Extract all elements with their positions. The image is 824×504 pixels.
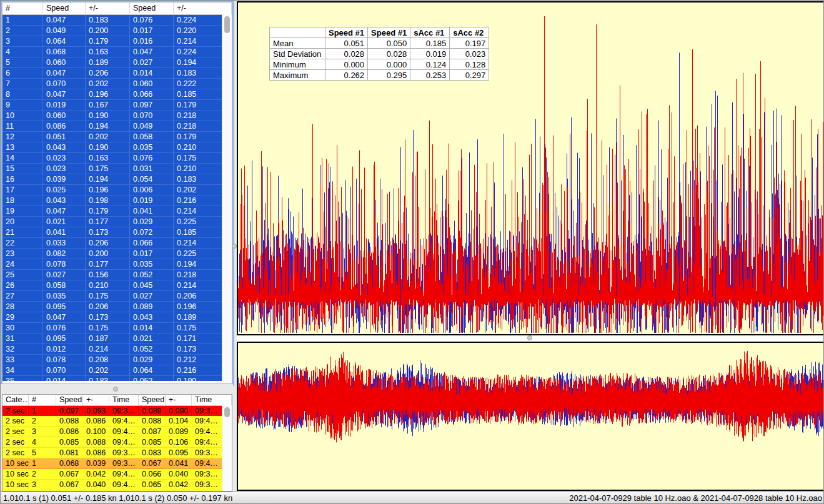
- table-row[interactable]: 120.0510.2020.0580.179: [2, 132, 232, 142]
- table-row[interactable]: 10 sec30.0670.04009:4…0.0650.04209:3…: [2, 480, 232, 490]
- table-row[interactable]: 10 sec20.0670.04209:4…0.0660.04009:3…: [2, 469, 232, 480]
- cell[interactable]: +/-: [86, 2, 130, 14]
- cell: 16: [2, 174, 43, 184]
- table-row[interactable]: 210.0410.1730.0720.185: [2, 227, 232, 238]
- scrollbar-thumb[interactable]: [224, 16, 230, 33]
- table-row[interactable]: 2 sec30.0860.10009:4…0.0870.08909:4…: [2, 427, 232, 437]
- table-row[interactable]: 140.0230.1630.0760.175: [2, 153, 232, 164]
- cell: 22: [2, 238, 43, 248]
- cell: 0.047: [43, 312, 86, 322]
- table-row[interactable]: 350.0140.1830.0520.190: [2, 376, 232, 381]
- cell: 0.210: [86, 280, 130, 290]
- cell[interactable]: Speed: [56, 395, 83, 405]
- cell[interactable]: +/-: [174, 2, 232, 14]
- cell: 0.086: [83, 448, 109, 458]
- table-row[interactable]: 10.0470.1830.0760.224: [2, 15, 232, 26]
- cell: 10: [2, 111, 43, 121]
- table-row[interactable]: 240.0780.1770.0350.194: [2, 259, 232, 270]
- table-row[interactable]: 230.0820.2000.0170.225: [2, 249, 232, 259]
- table-row[interactable]: 270.0350.1750.0270.206: [2, 291, 232, 302]
- table-row[interactable]: 60.0470.2060.0140.183: [2, 68, 232, 79]
- cell: 0.012: [43, 344, 86, 354]
- samples-table[interactable]: #Speed+/-Speed+/- 10.0470.1830.0760.2242…: [2, 2, 232, 384]
- table-row[interactable]: 20.0490.2000.0170.220: [2, 26, 232, 36]
- cell: 0.200: [86, 249, 130, 259]
- cell: 23: [2, 249, 43, 259]
- stats-value: 0.019: [410, 49, 450, 59]
- table-row[interactable]: 260.0580.2100.0450.214: [2, 280, 232, 291]
- category-table-rows: 2 sec10.0970.09309:3…0.0890.09009:3…2 se…: [2, 406, 232, 492]
- cell: 0.060: [130, 79, 174, 89]
- table-row[interactable]: 310.0950.1870.0210.171: [2, 334, 232, 344]
- cell: 0.194: [86, 174, 130, 184]
- table-row[interactable]: 80.0470.1960.0660.185: [2, 89, 232, 100]
- category-table[interactable]: Cate…#Speed+-TimeSpeed+-Time 2 sec10.097…: [2, 394, 232, 492]
- table-row[interactable]: 10 sec10.0680.03909:3…0.0670.04109:4…: [2, 458, 232, 469]
- cell[interactable]: +-: [166, 395, 192, 405]
- table-row[interactable]: 2 sec10.0970.09309:3…0.0890.09009:3…: [2, 406, 232, 416]
- cell[interactable]: #: [2, 2, 43, 14]
- table-row[interactable]: 30.0640.1790.0160.214: [2, 36, 232, 47]
- stats-value: 0.000: [325, 59, 368, 70]
- category-table-scrollbar[interactable]: [222, 405, 232, 491]
- table-row[interactable]: 320.0120.2140.0520.173: [2, 344, 232, 355]
- table-row[interactable]: 180.0430.1980.0190.216: [2, 195, 232, 206]
- table-row[interactable]: 250.0270.1560.0520.218: [2, 270, 232, 280]
- cell[interactable]: Speed: [139, 395, 166, 405]
- cell: 0.016: [130, 36, 174, 46]
- table-row[interactable]: 110.0860.1940.0490.218: [2, 121, 232, 132]
- cell: 0.058: [130, 132, 174, 142]
- stats-value: 0.262: [325, 70, 368, 81]
- table-row[interactable]: 90.0190.1670.0970.179: [2, 100, 232, 111]
- status-summary-text: 1,010.1 s (1) 0.051 +/- 0.185 kn 1,010.1…: [3, 492, 232, 504]
- table-row[interactable]: 2 sec40.0850.08809:4…0.0850.10609:4…: [2, 437, 232, 448]
- table-row[interactable]: 340.0700.2020.0640.216: [2, 365, 232, 376]
- cell: 2 sec: [2, 416, 29, 426]
- table-row[interactable]: 2 sec50.0810.08609:3…0.0830.09509:3…: [2, 448, 232, 458]
- table-row[interactable]: 300.0760.1750.0140.175: [2, 323, 232, 334]
- grip-dot-icon[interactable]: [232, 244, 237, 249]
- table-row[interactable]: 150.0230.1750.0310.210: [2, 164, 232, 174]
- cell: 24: [2, 259, 43, 269]
- scrollbar-thumb[interactable]: [224, 407, 230, 417]
- table-row[interactable]: 40.0680.1630.0470.224: [2, 47, 232, 57]
- table-row[interactable]: 280.0950.2060.0890.196: [2, 302, 232, 312]
- cell[interactable]: Time: [192, 395, 232, 405]
- cell: 11: [2, 121, 43, 131]
- grip-dot-icon: [527, 335, 532, 340]
- smoothed-speed-chart[interactable]: [237, 342, 824, 491]
- cell: 0.087: [139, 427, 166, 437]
- speed-time-chart[interactable]: Speed #1Speed #1sAcc #1sAcc #2Mean0.0510…: [237, 1, 824, 335]
- table-row[interactable]: 130.0430.1900.0350.210: [2, 142, 232, 153]
- cell[interactable]: Time: [109, 395, 139, 405]
- table-row[interactable]: 170.0250.1960.0060.202: [2, 185, 232, 195]
- table-row[interactable]: 70.0700.2020.0600.222: [2, 79, 232, 89]
- cell[interactable]: #: [29, 395, 56, 405]
- table-row[interactable]: 2 sec20.0880.08609:4…0.0880.10409:4…: [2, 416, 232, 427]
- cell: 35: [2, 376, 43, 381]
- cell: 0.027: [130, 291, 174, 301]
- cell: 0.104: [166, 416, 192, 426]
- cell[interactable]: Cate…: [2, 395, 29, 405]
- table-row[interactable]: 190.0470.1790.0410.214: [2, 206, 232, 217]
- cell[interactable]: +-: [83, 395, 109, 405]
- cell: 0.202: [86, 132, 130, 142]
- cell: 0.067: [56, 480, 83, 490]
- samples-table-scrollbar[interactable]: [222, 14, 232, 383]
- stats-row-label: Minimum: [270, 59, 325, 70]
- table-row[interactable]: 290.0470.1730.0430.189: [2, 312, 232, 323]
- table-row[interactable]: 100.0600.1900.0700.218: [2, 111, 232, 121]
- table-row[interactable]: 330.0780.2080.0290.212: [2, 355, 232, 365]
- cell: 0.029: [130, 217, 174, 227]
- table-row[interactable]: 200.0210.1770.0290.225: [2, 217, 232, 227]
- cell[interactable]: Speed: [130, 2, 174, 14]
- table-row[interactable]: 220.0330.2060.0660.214: [2, 238, 232, 249]
- cell: 0.086: [43, 121, 86, 131]
- cell[interactable]: Speed: [43, 2, 86, 14]
- cell: 0.167: [86, 100, 130, 110]
- tables-splitter[interactable]: [1, 384, 233, 394]
- table-row[interactable]: 160.0390.1940.0540.183: [2, 174, 232, 185]
- smoothed-chart-canvas[interactable]: [238, 343, 823, 490]
- table-row[interactable]: 50.0600.1890.0270.194: [2, 57, 232, 68]
- cell: 0.035: [130, 259, 174, 269]
